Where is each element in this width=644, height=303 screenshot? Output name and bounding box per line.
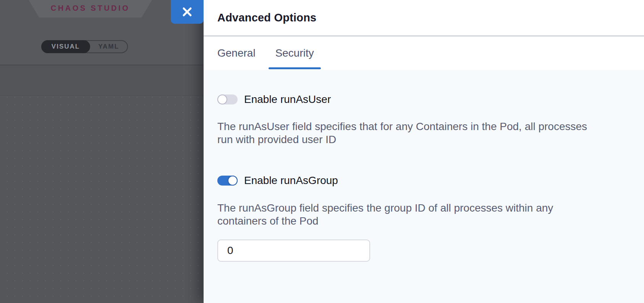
tab-security-label: Security [275, 47, 314, 59]
tab-general-label: General [217, 47, 256, 59]
drawer-header: Advanced Options [204, 0, 644, 36]
run-as-user-toggle[interactable] [217, 94, 238, 104]
brand-banner: CHAOS STUDIO [29, 0, 152, 18]
run-as-group-row: Enable runAsGroup [217, 174, 630, 187]
toggle-knob [217, 94, 227, 104]
close-icon [182, 7, 192, 17]
toggle-knob [228, 176, 238, 186]
run-as-user-row: Enable runAsUser [217, 93, 630, 106]
yaml-mode-button[interactable]: YAML [90, 41, 127, 52]
close-drawer-button[interactable] [171, 0, 204, 24]
visual-mode-button[interactable]: VISUAL [41, 40, 90, 53]
tab-general[interactable]: General [217, 36, 256, 70]
run-as-user-description: The runAsUser field specifies that for a… [217, 120, 622, 146]
run-as-user-label: Enable runAsUser [244, 93, 331, 106]
drawer-tabs: General Security [204, 36, 644, 70]
view-mode-switch[interactable]: VISUAL YAML [41, 40, 128, 53]
run-as-group-value-input[interactable] [217, 239, 370, 262]
run-as-group-label: Enable runAsGroup [244, 174, 338, 187]
security-tab-panel: Enable runAsUser The runAsUser field spe… [204, 70, 644, 303]
tab-security[interactable]: Security [275, 36, 314, 70]
brand-title: CHAOS STUDIO [51, 4, 130, 14]
advanced-options-drawer: Advanced Options General Security Enable… [204, 0, 644, 303]
active-tab-underline [269, 67, 321, 69]
dot-grid-canvas[interactable] [0, 96, 204, 303]
drawer-title: Advanced Options [217, 11, 316, 24]
run-as-group-toggle[interactable] [217, 176, 238, 186]
run-as-group-description: The runAsGroup field specifies the group… [217, 202, 622, 228]
canvas-subbar [0, 66, 204, 96]
chaos-studio-canvas: CHAOS STUDIO VISUAL YAML [0, 0, 204, 303]
